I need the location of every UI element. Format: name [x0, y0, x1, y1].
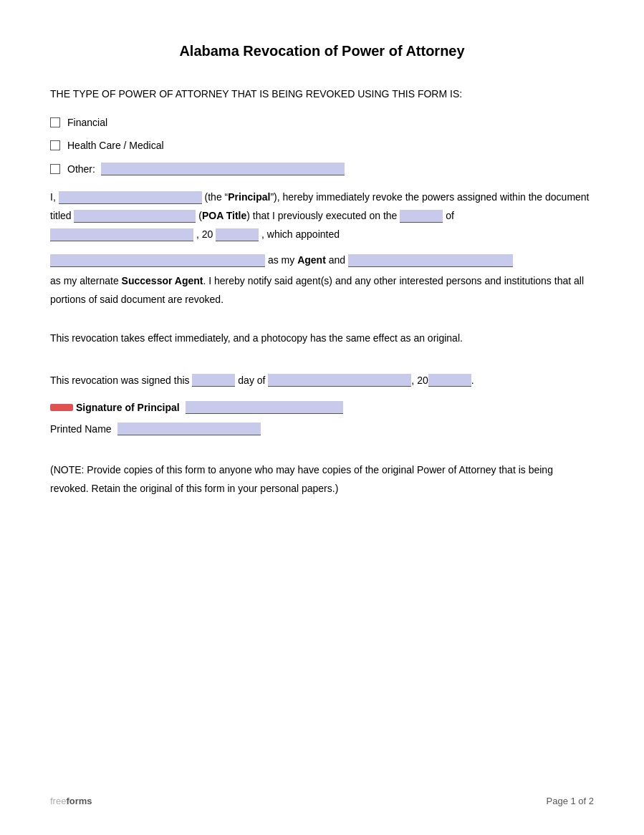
other-input[interactable] — [101, 163, 345, 175]
signed-month-input[interactable] — [268, 374, 411, 387]
poa-title-input[interactable] — [74, 210, 196, 223]
month-year-input[interactable] — [50, 228, 193, 241]
text-as-my-agent: as my Agent and — [268, 254, 348, 266]
page-number: Page 1 of 2 — [547, 796, 595, 806]
text-signed-this: This revocation was signed this — [50, 375, 190, 386]
healthcare-checkbox[interactable] — [50, 140, 60, 150]
principal-name-input[interactable] — [59, 191, 202, 204]
footer: freeforms Page 1 of 2 — [50, 796, 594, 806]
intro-line: THE TYPE OF POWER OF ATTORNEY THAT IS BE… — [50, 85, 594, 104]
successor-agent-line: as my alternate Successor Agent. I hereb… — [50, 272, 594, 309]
brand-forms: forms — [66, 796, 92, 806]
brand-logo: freeforms — [50, 796, 92, 806]
sig-label: Signature of Principal — [76, 402, 180, 413]
checkbox-financial[interactable]: Financial — [50, 117, 594, 128]
agent-line: as my Agent and — [50, 251, 594, 270]
revocation-effect: This revocation takes effect immediately… — [50, 329, 594, 348]
body-paragraph-1: I, (the “Principal”), hereby immediately… — [50, 188, 594, 244]
text-poa-title: (POA Title) that I previously executed o… — [198, 210, 400, 221]
signature-input[interactable] — [186, 401, 343, 414]
text-period: . — [471, 375, 474, 386]
text-as-my-alternate: as my alternate Successor Agent. I hereb… — [50, 275, 584, 305]
signature-row: Signature of Principal — [50, 401, 594, 414]
healthcare-label: Health Care / Medical — [67, 140, 164, 151]
text-which-appointed: , which appointed — [261, 228, 340, 240]
financial-checkbox[interactable] — [50, 117, 60, 127]
highlight-marker — [50, 404, 73, 411]
checkbox-other[interactable]: Other: — [50, 163, 594, 175]
other-label: Other: — [67, 163, 95, 175]
document-title: Alabama Revocation of Power of Attorney — [50, 43, 594, 59]
printed-name-row: Printed Name — [50, 423, 594, 435]
signed-date-row: This revocation was signed this day of ,… — [50, 374, 594, 387]
text-20: , 20 — [196, 228, 213, 240]
brand-free: free — [50, 796, 66, 806]
checkbox-healthcare[interactable]: Health Care / Medical — [50, 140, 594, 151]
financial-label: Financial — [67, 117, 107, 128]
text-signed-20: , 20 — [411, 375, 428, 386]
printed-name-input[interactable] — [117, 423, 261, 435]
text-day-of: day of — [238, 375, 265, 386]
signed-day-input[interactable] — [192, 374, 235, 387]
note-section: (NOTE: Provide copies of this form to an… — [50, 461, 594, 498]
document-page: Alabama Revocation of Power of Attorney … — [0, 0, 644, 835]
successor-agent-input[interactable] — [348, 254, 513, 267]
text-of: of — [446, 210, 454, 221]
other-checkbox[interactable] — [50, 164, 60, 174]
printed-name-label: Printed Name — [50, 423, 112, 435]
text-i: I, — [50, 191, 59, 203]
note-text: (NOTE: Provide copies of this form to an… — [50, 461, 594, 498]
signed-year-2digit-input[interactable] — [428, 374, 471, 387]
agent-name-input[interactable] — [50, 254, 265, 267]
day-input[interactable] — [400, 210, 443, 223]
year-input[interactable] — [216, 228, 259, 241]
